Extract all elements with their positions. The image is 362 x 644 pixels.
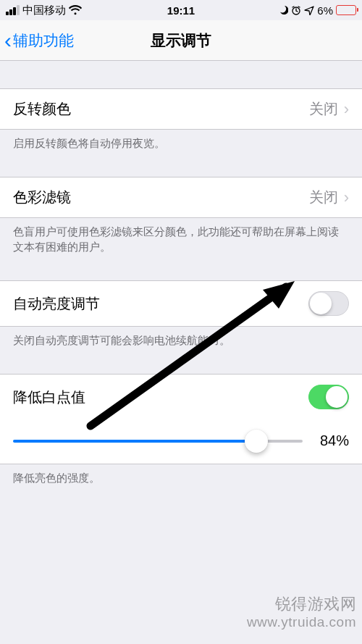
white-point-footer: 降低亮色的强度。 — [0, 464, 362, 493]
battery-pct: 6% — [317, 4, 333, 17]
row-label: 降低白点值 — [13, 388, 85, 407]
chevron-left-icon: ‹ — [4, 30, 12, 51]
back-label: 辅助功能 — [13, 30, 74, 51]
moon-icon — [278, 5, 288, 15]
signal-icon — [6, 5, 20, 15]
status-right: 6% — [278, 4, 356, 17]
watermark-url: www.ytruida.com — [247, 614, 356, 631]
row-auto-brightness: 自动亮度调节 — [0, 280, 362, 327]
alarm-icon — [291, 5, 301, 15]
chevron-right-icon: › — [344, 188, 349, 207]
nav-bar: ‹ 辅助功能 显示调节 — [0, 20, 362, 61]
battery-icon — [336, 5, 356, 15]
page-title: 显示调节 — [151, 30, 211, 51]
carrier-label: 中国移动 — [22, 4, 66, 17]
white-point-slider-row: 84% — [0, 419, 362, 464]
slider-thumb[interactable] — [245, 430, 268, 453]
auto-brightness-footer: 关闭自动亮度调节可能会影响电池续航能力。 — [0, 327, 362, 355]
row-invert-colors[interactable]: 反转颜色 关闭 › — [0, 88, 362, 130]
row-label: 色彩滤镜 — [13, 188, 71, 207]
invert-footer: 启用反转颜色将自动停用夜览。 — [0, 130, 362, 158]
watermark-zh: 锐得游戏网 — [247, 594, 356, 614]
wifi-icon — [69, 5, 82, 15]
white-point-toggle[interactable] — [308, 385, 349, 409]
row-value: 关闭 — [309, 99, 338, 119]
color-filter-footer: 色盲用户可使用色彩滤镜来区分颜色，此功能还可帮助在屏幕上阅读文本有困难的用户。 — [0, 218, 362, 262]
watermark: 锐得游戏网 www.ytruida.com — [247, 594, 356, 631]
status-time: 19:11 — [167, 4, 195, 17]
location-icon — [304, 5, 314, 15]
back-button[interactable]: ‹ 辅助功能 — [4, 20, 74, 60]
row-value: 关闭 — [309, 188, 338, 207]
row-label: 反转颜色 — [13, 99, 71, 119]
chevron-right-icon: › — [344, 100, 349, 119]
status-bar: 中国移动 19:11 6% — [0, 0, 362, 20]
row-color-filters[interactable]: 色彩滤镜 关闭 › — [0, 177, 362, 218]
row-label: 自动亮度调节 — [13, 294, 100, 314]
slider-value: 84% — [311, 432, 349, 449]
row-reduce-white-point: 降低白点值 — [0, 374, 362, 419]
auto-brightness-toggle[interactable] — [308, 291, 349, 316]
status-left: 中国移动 — [6, 4, 82, 17]
white-point-slider[interactable] — [13, 440, 303, 443]
